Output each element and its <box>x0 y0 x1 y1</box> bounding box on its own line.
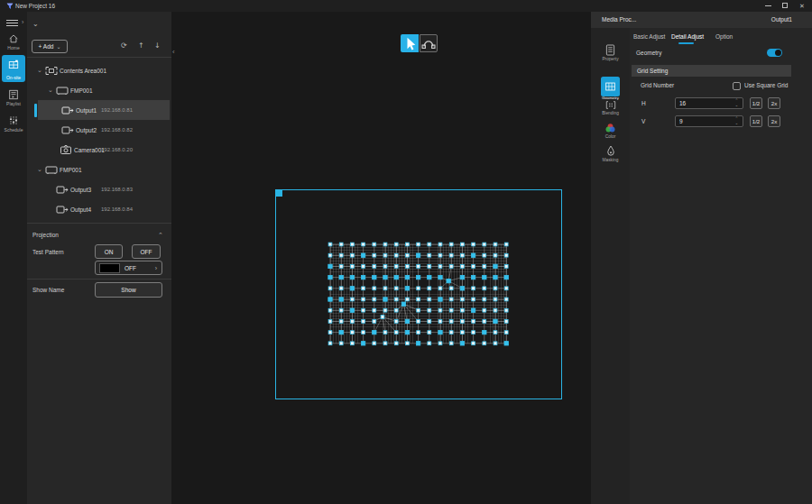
panel-header: Media Proc... Output1 <box>591 12 812 28</box>
chevron-down-icon[interactable]: ⌄ <box>47 87 54 94</box>
v-input[interactable] <box>679 116 732 126</box>
use-square-grid-label: Use Square Grid <box>744 82 788 88</box>
collapse-all-chevron[interactable]: ⌄ <box>32 20 39 28</box>
main-sidebar: › Home On-site Playlist <box>0 12 27 504</box>
tree-label: FMP001 <box>70 87 93 94</box>
test-pattern-color-selector[interactable]: OFF › <box>95 261 162 275</box>
grid-setting-section: Grid Setting <box>632 65 791 77</box>
rail-item-blending[interactable]: Blending <box>591 100 630 115</box>
chevron-right-icon: › <box>155 265 157 271</box>
projection-title: Projection <box>32 232 59 238</box>
tree-row-fmp001[interactable]: ⌄ FMP001 <box>27 80 171 100</box>
active-tab-underline <box>678 42 694 44</box>
tree-label: Output2 <box>76 127 97 133</box>
h-spinner[interactable]: ⌃ ⌄ <box>733 98 741 108</box>
show-name-label: Show Name <box>32 287 64 293</box>
schedule-icon <box>8 115 19 126</box>
display-icon <box>56 86 69 96</box>
device-tree-panel: ⌄ + Add ⌄ ⟳ ↑ ↓ ⌄ Contents Area001 ⌄ FMP… <box>27 12 171 504</box>
sidebar-item-home[interactable]: Home <box>0 33 27 50</box>
chevron-down-icon[interactable]: ⌄ <box>36 166 43 173</box>
tab-basic-adjust[interactable]: Basic Adjust <box>633 33 665 40</box>
tree-row-output4[interactable]: Output4 192.168.0.84 <box>27 199 171 219</box>
maximize-button[interactable] <box>777 0 793 12</box>
minimize-button[interactable] <box>760 0 776 12</box>
geometry-mesh[interactable] <box>171 12 591 504</box>
chevron-down-icon[interactable]: ⌄ <box>36 67 43 74</box>
h-input-wrap: ⌃ ⌄ <box>675 97 743 109</box>
selection-indicator <box>34 104 37 117</box>
screen-layout-icon <box>8 60 19 70</box>
toggle-knob <box>775 50 781 56</box>
chevron-up-icon[interactable]: ⌃ <box>158 232 163 239</box>
home-icon <box>8 33 19 44</box>
app-logo-icon <box>6 3 14 10</box>
tree-ip: 192.168.0.81 <box>101 107 133 113</box>
sidebar-item-onsite[interactable]: On-site <box>2 55 25 82</box>
tree-ip: 192.168.0.84 <box>101 206 133 212</box>
grid-setting-title: Grid Setting <box>637 68 668 74</box>
divider <box>27 57 171 58</box>
tree-ip: 192.168.0.20 <box>101 147 133 152</box>
title-bar: New Project 16 ✕ <box>0 0 812 12</box>
geometry-toggle[interactable] <box>767 49 782 57</box>
v-spinner[interactable]: ⌃ ⌄ <box>733 116 741 126</box>
document-icon <box>605 44 615 56</box>
tree-row-output3[interactable]: Output3 192.168.0.83 <box>27 179 171 199</box>
test-pattern-on-button[interactable]: ON <box>95 244 123 259</box>
tab-detail-adjust[interactable]: Detail Adjust <box>671 33 704 40</box>
sidebar-item-playlist[interactable]: Playlist <box>0 89 27 106</box>
tab-option[interactable]: Option <box>715 33 733 40</box>
output-icon <box>56 205 69 215</box>
rail-item-geometry[interactable]: Geometry <box>601 77 620 96</box>
divider <box>27 279 171 279</box>
output-icon <box>61 125 74 135</box>
sidebar-expand-chevron[interactable]: › <box>22 19 23 25</box>
sidebar-item-schedule[interactable]: Schedule <box>0 115 27 133</box>
blending-icon <box>605 100 616 110</box>
output-icon <box>56 185 69 195</box>
v-label: V <box>641 118 645 124</box>
color-circles-icon <box>604 123 616 133</box>
tree-row-camera001[interactable]: Camera001 192.168.0.20 <box>27 140 171 160</box>
v-half-button[interactable]: 1/2 <box>750 115 762 127</box>
tree-ip: 192.168.0.82 <box>101 127 133 133</box>
screens-icon <box>45 66 58 76</box>
show-name-button[interactable]: Show <box>95 282 162 298</box>
move-up-icon[interactable]: ↑ <box>138 41 144 50</box>
refresh-icon[interactable]: ⟳ <box>121 41 127 50</box>
tree-label: Camera001 <box>74 147 105 153</box>
v-input-wrap: ⌃ ⌄ <box>675 115 743 127</box>
h-half-button[interactable]: 1/2 <box>750 97 762 109</box>
droplet-icon <box>606 145 615 157</box>
chevron-down-icon: ⌄ <box>56 43 60 50</box>
h-input[interactable] <box>679 98 732 108</box>
menu-icon[interactable] <box>6 18 21 29</box>
tree-ip: 192.168.0.83 <box>101 187 133 192</box>
move-down-icon[interactable]: ↓ <box>154 41 161 50</box>
divider <box>27 223 171 224</box>
color-swatch <box>99 263 120 273</box>
geometry-label: Geometry <box>636 50 662 56</box>
geometry-canvas[interactable]: ‹ <box>171 12 591 504</box>
rail-item-color[interactable]: Color <box>591 123 630 139</box>
h-double-button[interactable]: 2x <box>768 97 780 109</box>
add-button[interactable]: + Add ⌄ <box>32 40 68 53</box>
window-title: New Project 16 <box>15 3 55 9</box>
use-square-grid-checkbox[interactable] <box>733 82 741 90</box>
function-rail: Property Geometry B <box>591 28 630 504</box>
tree-row-output2[interactable]: Output2 192.168.0.82 <box>27 120 171 140</box>
tree-label: Output3 <box>70 187 91 193</box>
tree-label: Output4 <box>70 206 91 213</box>
tree-row-fmp001-2[interactable]: ⌄ FMP001 <box>27 160 171 179</box>
tree-row-contents-area[interactable]: ⌄ Contents Area001 <box>27 60 171 80</box>
v-double-button[interactable]: 2x <box>768 115 780 127</box>
rail-item-masking[interactable]: Masking <box>591 145 630 162</box>
tree-row-output1[interactable]: Output1 192.168.0.81 <box>38 100 170 120</box>
grid-icon <box>605 82 615 91</box>
camera-icon <box>60 144 72 155</box>
display-icon <box>45 165 58 175</box>
rail-item-property[interactable]: Property <box>591 44 630 61</box>
test-pattern-off-button[interactable]: OFF <box>132 244 161 259</box>
close-button[interactable]: ✕ <box>794 0 810 12</box>
